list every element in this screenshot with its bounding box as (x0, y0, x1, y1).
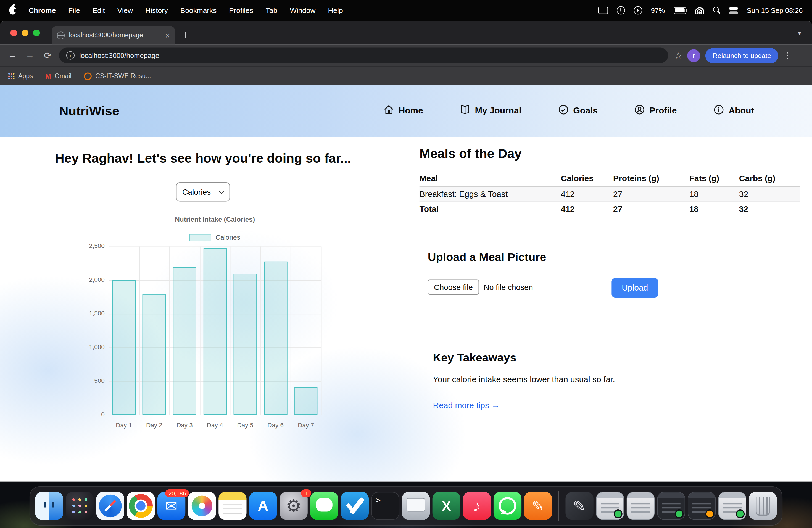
battery-icon[interactable] (673, 7, 686, 14)
profile-avatar[interactable]: r (687, 49, 700, 62)
relaunch-to-update-button[interactable]: Relaunch to update (706, 48, 778, 63)
nav-item-goals[interactable]: Goals (557, 104, 598, 118)
menu-item-tab[interactable]: Tab (266, 6, 277, 15)
vscode-dock-icon[interactable] (341, 492, 369, 520)
pencil-dock-icon[interactable] (566, 492, 594, 520)
chrome-dock-icon[interactable] (127, 492, 155, 520)
upload-button[interactable]: Upload (611, 278, 658, 298)
minimized-window-2-dock-icon[interactable] (627, 492, 655, 520)
gridline-vertical (169, 247, 170, 415)
quicktime-dock-icon[interactable] (402, 492, 430, 520)
forward-button[interactable]: → (24, 50, 36, 61)
menubar-clock[interactable]: Sun 15 Sep 08:26 (747, 6, 803, 14)
site-nav: HomeMy JournalGoalsProfileAbout (383, 104, 754, 118)
read-more-tips-link[interactable]: Read more tips → (433, 401, 500, 410)
meals-col-header: Proteins (g) (613, 171, 690, 187)
browser-toolbar: ← → ⟳ i localhost:3000/homepage ☆ r Rela… (0, 44, 812, 66)
site-header: NutriWise HomeMy JournalGoalsProfileAbou… (0, 85, 812, 137)
safari-dock-icon[interactable] (97, 492, 124, 520)
minimized-window-3-dock-icon[interactable] (657, 492, 685, 520)
menu-item-window[interactable]: Window (290, 6, 315, 15)
minimize-window-button[interactable] (22, 30, 28, 36)
menu-item-edit[interactable]: Edit (92, 6, 105, 15)
check-circle-icon (557, 104, 569, 118)
nav-item-about[interactable]: About (713, 104, 754, 118)
apps-grid-icon (8, 73, 15, 79)
bookmark-2[interactable]: MGmail (45, 72, 72, 80)
dock: 20,1861 (30, 486, 782, 526)
upload-title: Upload a Meal Picture (428, 251, 546, 264)
nav-item-home[interactable]: Home (383, 104, 423, 118)
play-circle-icon[interactable] (634, 6, 642, 15)
macos-menu-bar: ChromeFileEditViewHistoryBookmarksProfil… (0, 0, 812, 21)
spotlight-search-icon[interactable] (713, 6, 720, 14)
settings-dock-icon[interactable]: 1 (280, 492, 308, 520)
control-center-icon[interactable] (729, 7, 738, 14)
brand-logo[interactable]: NutriWise (59, 103, 119, 118)
finder-dock-icon[interactable] (35, 492, 63, 520)
meals-total-cell: 32 (739, 202, 800, 216)
menu-item-bookmarks[interactable]: Bookmarks (180, 6, 217, 15)
whatsapp-dock-icon[interactable] (494, 492, 521, 520)
new-tab-button[interactable]: + (182, 28, 189, 41)
menu-item-profiles[interactable]: Profiles (229, 6, 253, 15)
x-axis-label: Day 1 (109, 421, 139, 429)
bookmark-star-icon[interactable]: ☆ (674, 50, 682, 61)
meal-cell: Breakfast: Eggs & Toast (420, 187, 561, 202)
y-axis-tick: 500 (79, 377, 105, 384)
trash-dock-icon[interactable] (749, 492, 777, 520)
wifi-icon[interactable] (695, 7, 704, 14)
mail-dock-icon[interactable]: 20,186 (157, 492, 185, 520)
x-axis-label: Day 3 (169, 421, 200, 429)
menu-item-view[interactable]: View (117, 6, 133, 15)
chart-legend: Calories (109, 234, 321, 241)
site-info-icon[interactable]: i (66, 52, 75, 60)
menu-item-help[interactable]: Help (328, 6, 343, 15)
meals-title: Meals of the Day (420, 146, 522, 161)
bookmarks-bar: AppsMGmailCS-IT-SWE Resu... (0, 66, 812, 85)
notes-dock-icon[interactable] (218, 492, 246, 520)
accessibility-icon[interactable] (617, 6, 625, 15)
site-icon (84, 72, 92, 80)
maximize-window-button[interactable] (33, 30, 40, 36)
meal-row: Breakfast: Eggs & Toast412271832 (420, 187, 800, 202)
photos-dock-icon[interactable] (188, 492, 216, 520)
messages-dock-icon[interactable] (310, 492, 338, 520)
x-axis-label: Day 5 (230, 421, 260, 429)
screen-mirroring-icon[interactable] (598, 6, 608, 14)
choose-file-button[interactable]: Choose file (428, 280, 479, 295)
browser-menu-icon[interactable]: ⋮ (784, 51, 792, 60)
apple-menu-icon[interactable] (10, 6, 16, 15)
excel-dock-icon[interactable] (433, 492, 460, 520)
bar-day-5 (234, 274, 257, 414)
menu-item-file[interactable]: File (68, 6, 80, 15)
menu-item-chrome[interactable]: Chrome (28, 6, 56, 15)
browser-tab[interactable]: localhost:3000/homepage × (52, 26, 175, 45)
menu-item-history[interactable]: History (145, 6, 168, 15)
minimized-window-1-dock-icon[interactable] (596, 492, 624, 520)
nutrient-select[interactable]: Calories (176, 182, 230, 201)
minimized-window-5-dock-icon[interactable] (719, 492, 746, 520)
reload-button[interactable]: ⟳ (41, 50, 54, 61)
launchpad-dock-icon[interactable] (66, 492, 93, 520)
nav-item-profile[interactable]: Profile (634, 104, 677, 118)
info-circle-icon (713, 104, 724, 118)
tab-title: localhost:3000/homepage (69, 31, 161, 39)
music-dock-icon[interactable] (463, 492, 491, 520)
back-button[interactable]: ← (6, 50, 19, 61)
tab-close-icon[interactable]: × (165, 31, 170, 39)
menubar-left: ChromeFileEditViewHistoryBookmarksProfil… (10, 6, 343, 15)
bookmark-3[interactable]: CS-IT-SWE Resu... (84, 72, 151, 80)
tab-search-chevron-icon[interactable]: ▾ (795, 29, 804, 37)
nav-item-my-journal[interactable]: My Journal (459, 104, 521, 118)
pen-orange-dock-icon[interactable] (524, 492, 552, 520)
chevron-down-icon (219, 188, 224, 194)
app-store-dock-icon[interactable] (249, 492, 277, 520)
terminal-dock-icon[interactable] (371, 492, 399, 520)
bookmark-1[interactable]: Apps (8, 73, 33, 80)
close-window-button[interactable] (11, 30, 17, 36)
minimized-window-4-dock-icon[interactable] (688, 492, 715, 520)
address-bar[interactable]: i localhost:3000/homepage (59, 48, 668, 63)
bookmark-label: Apps (18, 73, 33, 80)
gridline-vertical (139, 247, 140, 415)
